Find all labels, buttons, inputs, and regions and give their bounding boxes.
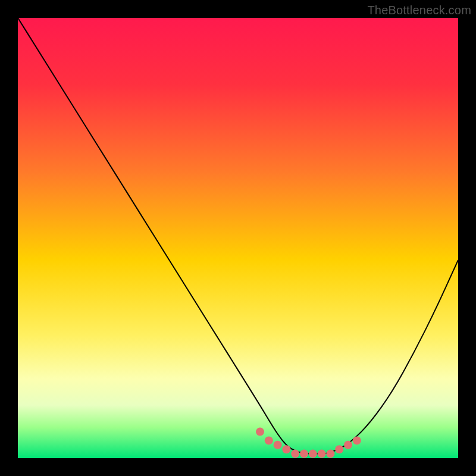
marker-dot: [309, 450, 317, 458]
marker-dot: [274, 441, 282, 449]
bottleneck-curve: [18, 18, 458, 454]
marker-dot: [353, 436, 361, 444]
marker-dot: [318, 450, 326, 458]
chart-stage: TheBottleneck.com: [0, 0, 476, 476]
marker-dot: [282, 445, 290, 453]
marker-dot: [335, 445, 343, 453]
marker-dot: [256, 428, 264, 436]
marker-dot: [291, 450, 299, 458]
marker-dot: [326, 450, 334, 458]
marker-dot: [265, 436, 273, 444]
plot-area: [18, 18, 458, 458]
marker-dot: [344, 441, 352, 449]
curve-layer: [18, 18, 458, 458]
watermark-text: TheBottleneck.com: [367, 4, 471, 17]
marker-dot: [300, 450, 308, 458]
